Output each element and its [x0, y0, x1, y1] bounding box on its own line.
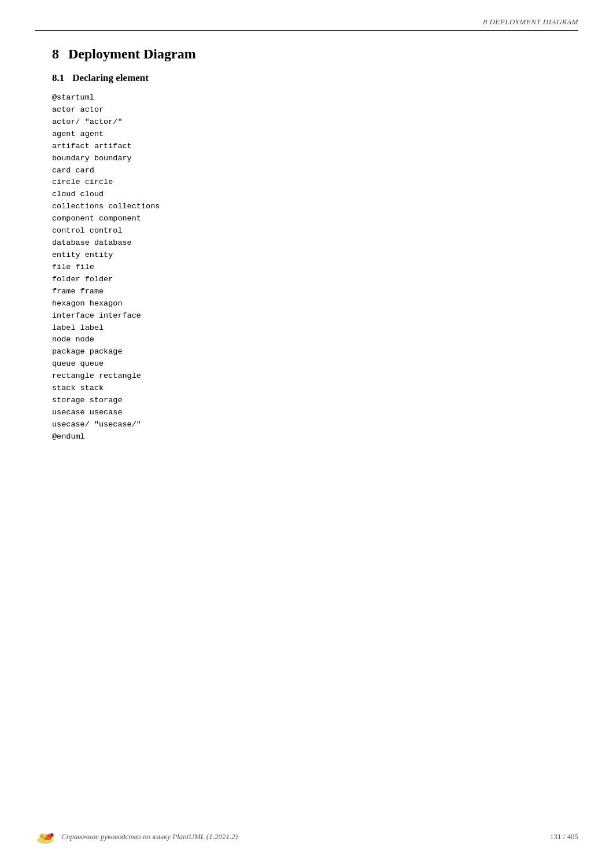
header-rule	[35, 30, 578, 31]
footer-left: Справочное руководство по языку PlantUML…	[35, 829, 238, 845]
svg-point-4	[51, 833, 53, 836]
main-content: 8 Deployment Diagram 8.1 Declaring eleme…	[52, 46, 561, 443]
section-number: 8	[52, 46, 59, 61]
footer-text: Справочное руководство по языку PlantUML…	[61, 832, 238, 841]
header-section-label: 8 DEPLOYMENT DIAGRAM	[483, 17, 578, 27]
footer-page: 131 / 405	[550, 832, 578, 841]
subsection-heading: 8.1 Declaring element	[52, 72, 561, 84]
page: 8 DEPLOYMENT DIAGRAM 8 Deployment Diagra…	[0, 0, 613, 868]
section-heading: 8 Deployment Diagram	[52, 46, 561, 62]
footer: Справочное руководство по языку PlantUML…	[35, 829, 578, 845]
subsection-title: Declaring element	[72, 72, 149, 83]
subsection-number: 8.1	[52, 72, 64, 83]
plantuml-logo-icon	[35, 829, 56, 845]
section-title: Deployment Diagram	[68, 46, 196, 61]
code-block: @startuml actor actor actor/ "actor/" ag…	[52, 92, 561, 443]
